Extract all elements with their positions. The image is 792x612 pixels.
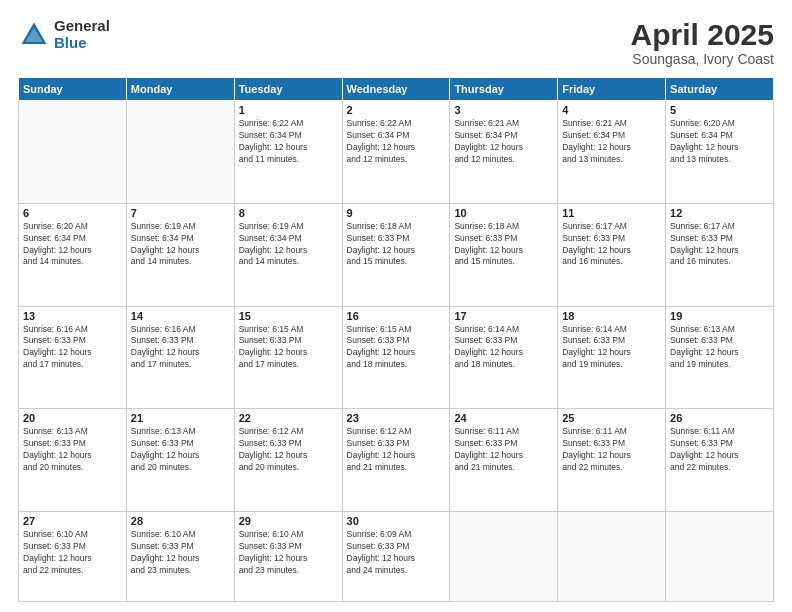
day-info: Sunrise: 6:17 AM Sunset: 6:33 PM Dayligh… xyxy=(670,221,769,269)
day-info: Sunrise: 6:20 AM Sunset: 6:34 PM Dayligh… xyxy=(670,118,769,166)
day-number: 28 xyxy=(131,515,230,527)
day-number: 3 xyxy=(454,104,553,116)
day-number: 5 xyxy=(670,104,769,116)
weekday-header-row: SundayMondayTuesdayWednesdayThursdayFrid… xyxy=(19,78,774,101)
day-info: Sunrise: 6:15 AM Sunset: 6:33 PM Dayligh… xyxy=(347,324,446,372)
day-cell: 12Sunrise: 6:17 AM Sunset: 6:33 PM Dayli… xyxy=(666,203,774,306)
day-cell: 17Sunrise: 6:14 AM Sunset: 6:33 PM Dayli… xyxy=(450,306,558,409)
logo-icon xyxy=(18,19,50,51)
day-number: 29 xyxy=(239,515,338,527)
weekday-header-wednesday: Wednesday xyxy=(342,78,450,101)
day-number: 26 xyxy=(670,412,769,424)
logo: General Blue xyxy=(18,18,110,51)
day-info: Sunrise: 6:17 AM Sunset: 6:33 PM Dayligh… xyxy=(562,221,661,269)
day-number: 10 xyxy=(454,207,553,219)
day-info: Sunrise: 6:11 AM Sunset: 6:33 PM Dayligh… xyxy=(562,426,661,474)
day-cell: 11Sunrise: 6:17 AM Sunset: 6:33 PM Dayli… xyxy=(558,203,666,306)
day-cell: 5Sunrise: 6:20 AM Sunset: 6:34 PM Daylig… xyxy=(666,101,774,204)
day-info: Sunrise: 6:13 AM Sunset: 6:33 PM Dayligh… xyxy=(670,324,769,372)
day-info: Sunrise: 6:12 AM Sunset: 6:33 PM Dayligh… xyxy=(239,426,338,474)
day-info: Sunrise: 6:14 AM Sunset: 6:33 PM Dayligh… xyxy=(454,324,553,372)
day-number: 27 xyxy=(23,515,122,527)
day-cell: 1Sunrise: 6:22 AM Sunset: 6:34 PM Daylig… xyxy=(234,101,342,204)
day-info: Sunrise: 6:11 AM Sunset: 6:33 PM Dayligh… xyxy=(454,426,553,474)
day-number: 2 xyxy=(347,104,446,116)
day-number: 17 xyxy=(454,310,553,322)
day-number: 15 xyxy=(239,310,338,322)
weekday-header-saturday: Saturday xyxy=(666,78,774,101)
subtitle: Soungasa, Ivory Coast xyxy=(631,51,774,67)
day-cell: 29Sunrise: 6:10 AM Sunset: 6:33 PM Dayli… xyxy=(234,512,342,602)
day-number: 30 xyxy=(347,515,446,527)
day-cell: 23Sunrise: 6:12 AM Sunset: 6:33 PM Dayli… xyxy=(342,409,450,512)
day-cell: 14Sunrise: 6:16 AM Sunset: 6:33 PM Dayli… xyxy=(126,306,234,409)
day-cell: 28Sunrise: 6:10 AM Sunset: 6:33 PM Dayli… xyxy=(126,512,234,602)
day-cell: 3Sunrise: 6:21 AM Sunset: 6:34 PM Daylig… xyxy=(450,101,558,204)
day-number: 7 xyxy=(131,207,230,219)
day-cell: 8Sunrise: 6:19 AM Sunset: 6:34 PM Daylig… xyxy=(234,203,342,306)
day-cell xyxy=(450,512,558,602)
day-cell xyxy=(666,512,774,602)
day-number: 11 xyxy=(562,207,661,219)
day-cell: 30Sunrise: 6:09 AM Sunset: 6:33 PM Dayli… xyxy=(342,512,450,602)
day-info: Sunrise: 6:16 AM Sunset: 6:33 PM Dayligh… xyxy=(131,324,230,372)
day-info: Sunrise: 6:20 AM Sunset: 6:34 PM Dayligh… xyxy=(23,221,122,269)
day-cell: 4Sunrise: 6:21 AM Sunset: 6:34 PM Daylig… xyxy=(558,101,666,204)
day-cell: 26Sunrise: 6:11 AM Sunset: 6:33 PM Dayli… xyxy=(666,409,774,512)
day-number: 19 xyxy=(670,310,769,322)
day-cell: 25Sunrise: 6:11 AM Sunset: 6:33 PM Dayli… xyxy=(558,409,666,512)
header: General Blue April 2025 Soungasa, Ivory … xyxy=(18,18,774,67)
day-info: Sunrise: 6:11 AM Sunset: 6:33 PM Dayligh… xyxy=(670,426,769,474)
day-info: Sunrise: 6:22 AM Sunset: 6:34 PM Dayligh… xyxy=(347,118,446,166)
week-row-4: 20Sunrise: 6:13 AM Sunset: 6:33 PM Dayli… xyxy=(19,409,774,512)
weekday-header-monday: Monday xyxy=(126,78,234,101)
day-cell: 27Sunrise: 6:10 AM Sunset: 6:33 PM Dayli… xyxy=(19,512,127,602)
weekday-header-sunday: Sunday xyxy=(19,78,127,101)
day-number: 9 xyxy=(347,207,446,219)
day-info: Sunrise: 6:21 AM Sunset: 6:34 PM Dayligh… xyxy=(454,118,553,166)
day-cell xyxy=(19,101,127,204)
day-info: Sunrise: 6:18 AM Sunset: 6:33 PM Dayligh… xyxy=(454,221,553,269)
day-cell: 15Sunrise: 6:15 AM Sunset: 6:33 PM Dayli… xyxy=(234,306,342,409)
day-info: Sunrise: 6:10 AM Sunset: 6:33 PM Dayligh… xyxy=(131,529,230,577)
day-number: 18 xyxy=(562,310,661,322)
day-cell: 22Sunrise: 6:12 AM Sunset: 6:33 PM Dayli… xyxy=(234,409,342,512)
day-number: 1 xyxy=(239,104,338,116)
day-info: Sunrise: 6:19 AM Sunset: 6:34 PM Dayligh… xyxy=(239,221,338,269)
week-row-5: 27Sunrise: 6:10 AM Sunset: 6:33 PM Dayli… xyxy=(19,512,774,602)
main-title: April 2025 xyxy=(631,18,774,51)
weekday-header-tuesday: Tuesday xyxy=(234,78,342,101)
day-cell: 9Sunrise: 6:18 AM Sunset: 6:33 PM Daylig… xyxy=(342,203,450,306)
logo-text: General Blue xyxy=(54,18,110,51)
day-info: Sunrise: 6:10 AM Sunset: 6:33 PM Dayligh… xyxy=(23,529,122,577)
title-block: April 2025 Soungasa, Ivory Coast xyxy=(631,18,774,67)
weekday-header-thursday: Thursday xyxy=(450,78,558,101)
day-info: Sunrise: 6:22 AM Sunset: 6:34 PM Dayligh… xyxy=(239,118,338,166)
day-info: Sunrise: 6:16 AM Sunset: 6:33 PM Dayligh… xyxy=(23,324,122,372)
day-cell: 20Sunrise: 6:13 AM Sunset: 6:33 PM Dayli… xyxy=(19,409,127,512)
day-cell: 7Sunrise: 6:19 AM Sunset: 6:34 PM Daylig… xyxy=(126,203,234,306)
day-cell: 6Sunrise: 6:20 AM Sunset: 6:34 PM Daylig… xyxy=(19,203,127,306)
day-number: 8 xyxy=(239,207,338,219)
day-cell: 19Sunrise: 6:13 AM Sunset: 6:33 PM Dayli… xyxy=(666,306,774,409)
day-number: 22 xyxy=(239,412,338,424)
day-number: 12 xyxy=(670,207,769,219)
logo-blue: Blue xyxy=(54,35,110,52)
logo-general: General xyxy=(54,18,110,35)
day-cell: 13Sunrise: 6:16 AM Sunset: 6:33 PM Dayli… xyxy=(19,306,127,409)
day-number: 24 xyxy=(454,412,553,424)
day-number: 6 xyxy=(23,207,122,219)
day-cell: 21Sunrise: 6:13 AM Sunset: 6:33 PM Dayli… xyxy=(126,409,234,512)
day-cell: 24Sunrise: 6:11 AM Sunset: 6:33 PM Dayli… xyxy=(450,409,558,512)
day-number: 23 xyxy=(347,412,446,424)
calendar-table: SundayMondayTuesdayWednesdayThursdayFrid… xyxy=(18,77,774,602)
week-row-2: 6Sunrise: 6:20 AM Sunset: 6:34 PM Daylig… xyxy=(19,203,774,306)
day-cell xyxy=(126,101,234,204)
day-cell: 18Sunrise: 6:14 AM Sunset: 6:33 PM Dayli… xyxy=(558,306,666,409)
day-info: Sunrise: 6:15 AM Sunset: 6:33 PM Dayligh… xyxy=(239,324,338,372)
day-info: Sunrise: 6:13 AM Sunset: 6:33 PM Dayligh… xyxy=(23,426,122,474)
week-row-3: 13Sunrise: 6:16 AM Sunset: 6:33 PM Dayli… xyxy=(19,306,774,409)
week-row-1: 1Sunrise: 6:22 AM Sunset: 6:34 PM Daylig… xyxy=(19,101,774,204)
day-cell: 2Sunrise: 6:22 AM Sunset: 6:34 PM Daylig… xyxy=(342,101,450,204)
day-number: 13 xyxy=(23,310,122,322)
